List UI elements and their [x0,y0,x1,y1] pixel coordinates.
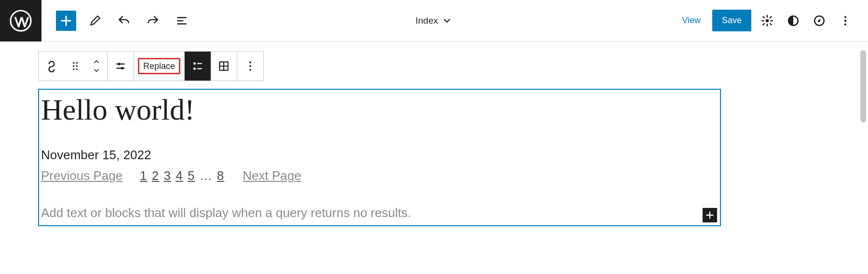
grid-layout-icon [217,60,230,72]
template-label: Index [416,15,438,26]
header-left-tools [41,11,192,31]
svg-point-7 [73,62,74,64]
page-ellipsis: … [200,168,213,183]
redo-button[interactable] [143,11,163,31]
more-vertical-icon [244,60,257,72]
block-movers[interactable] [86,52,107,81]
svg-point-13 [118,63,120,65]
block-inserter-toggle[interactable] [56,11,76,31]
editor-header: Index View Save [0,0,868,41]
list-view-icon [176,14,188,27]
svg-point-10 [76,65,78,67]
compass-icon [813,14,826,27]
settings-button[interactable] [757,11,777,31]
list-layout-button[interactable] [185,52,211,81]
svg-point-11 [73,68,74,70]
svg-point-14 [121,67,123,69]
header-right-tools: View Save [676,10,868,31]
scrollbar-thumb[interactable] [860,50,866,123]
styles-button[interactable] [783,11,803,31]
prev-page-link[interactable]: Previous Page [41,168,122,183]
replace-label: Replace [143,61,175,71]
navigation-button[interactable] [809,11,829,31]
page-number[interactable]: 4 [176,168,183,183]
svg-point-1 [766,19,769,22]
edit-icon [89,14,101,27]
svg-point-12 [76,68,78,70]
query-loop-block[interactable]: Hello world! November 15, 2022 Previous … [38,89,721,226]
query-loop-icon [45,60,58,72]
page-numbers[interactable]: 1 2 3 4 5 … 8 [140,168,225,183]
redo-icon [147,14,159,27]
post-date[interactable]: November 15, 2022 [41,148,718,163]
sliders-icon [114,60,127,72]
block-toolbar: Replace [38,51,264,81]
page-number[interactable]: 5 [188,168,195,183]
display-settings-button[interactable] [108,52,134,81]
no-results-placeholder[interactable]: Add text or blocks that will display whe… [41,206,718,220]
svg-point-18 [249,61,251,63]
block-type-button[interactable] [39,52,65,81]
page-number[interactable]: 8 [217,168,224,183]
block-options-menu[interactable] [237,52,263,81]
svg-point-9 [73,65,74,67]
chevron-down-icon [93,67,100,74]
plus-icon [705,210,715,220]
pagination-block[interactable]: Previous Page 1 2 3 4 5 … 8 Next Page [41,168,718,183]
block-appender[interactable] [703,208,717,222]
chevron-up-icon [93,58,100,66]
next-page-link[interactable]: Next Page [243,168,301,183]
template-selector[interactable]: Index [416,15,452,26]
wordpress-logo[interactable] [0,0,41,41]
svg-point-4 [844,16,846,18]
grid-layout-button[interactable] [211,52,237,81]
svg-point-5 [844,19,846,21]
page-number[interactable]: 1 [140,168,147,183]
plus-icon [59,14,73,27]
undo-icon [118,14,130,27]
svg-rect-16 [193,68,195,69]
chevron-down-icon [442,15,452,26]
svg-point-8 [76,62,78,64]
replace-button[interactable]: Replace [138,58,180,74]
more-vertical-icon [839,14,852,27]
list-view-button[interactable] [172,11,192,31]
styles-icon [787,14,800,27]
list-layout-icon [191,60,204,72]
gear-icon [761,14,773,27]
page-number[interactable]: 2 [152,168,159,183]
undo-button[interactable] [114,11,134,31]
save-button[interactable]: Save [712,10,751,31]
svg-point-20 [249,69,251,71]
options-menu[interactable] [835,11,855,31]
svg-point-19 [249,65,251,67]
svg-rect-15 [193,62,195,64]
post-title[interactable]: Hello world! [41,92,718,127]
drag-handle[interactable] [65,52,86,81]
page-number[interactable]: 3 [164,168,171,183]
svg-point-6 [844,23,846,25]
view-link[interactable]: View [676,12,706,29]
tools-button[interactable] [85,11,105,31]
wordpress-icon [10,10,32,32]
drag-icon [69,60,81,72]
